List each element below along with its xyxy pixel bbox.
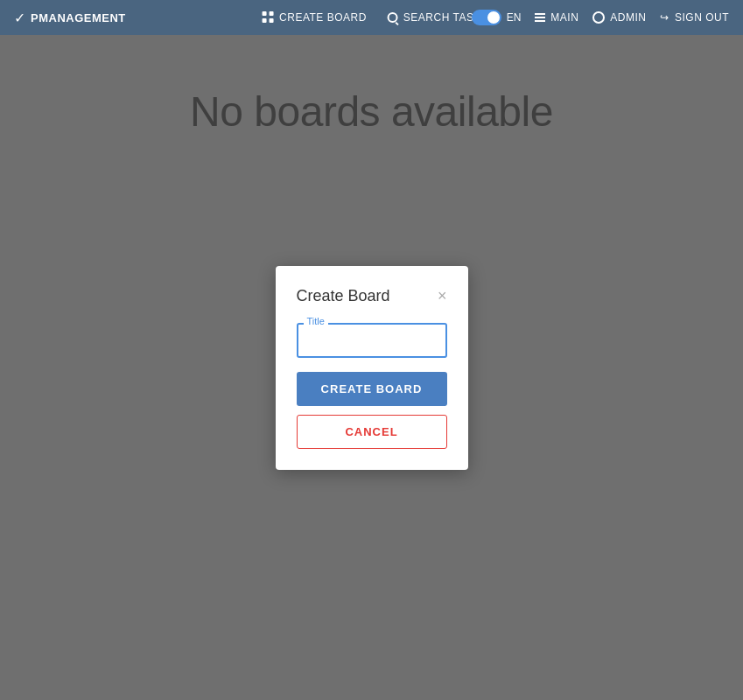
title-input-wrapper: Title xyxy=(297,323,447,358)
create-board-modal: Create Board × Title CREATE BOARD CANCEL xyxy=(276,266,468,470)
cancel-button[interactable]: CANCEL xyxy=(297,415,447,449)
main-content: No boards available Create Board × Title… xyxy=(0,35,743,700)
search-icon xyxy=(388,12,398,23)
user-icon xyxy=(592,11,605,24)
admin-nav-item[interactable]: ADMIN xyxy=(592,11,646,24)
sign-out-label: SIGN OUT xyxy=(675,11,729,24)
search-task-label: SEARCH TASK xyxy=(403,11,481,24)
signout-icon: ↪ xyxy=(660,11,669,24)
toggle-knob xyxy=(487,11,500,24)
create-board-label: CREATE BOARD xyxy=(279,11,367,24)
brand-name[interactable]: PMANAGEMENT xyxy=(31,11,126,24)
navbar: ✓ PMANAGEMENT CREATE BOARD SEARCH TASK E… xyxy=(0,0,743,35)
search-task-nav-item[interactable]: SEARCH TASK xyxy=(388,11,481,24)
modal-title: Create Board xyxy=(297,287,390,305)
lang-label: EN xyxy=(507,11,522,24)
navbar-center: CREATE BOARD SEARCH TASK xyxy=(262,11,481,24)
create-board-nav-item[interactable]: CREATE BOARD xyxy=(262,11,367,24)
navbar-left: ✓ PMANAGEMENT xyxy=(14,10,126,26)
lang-toggle[interactable] xyxy=(472,10,501,25)
title-input-label: Title xyxy=(304,316,328,326)
navbar-right: EN MAIN ADMIN ↪ SIGN OUT xyxy=(472,10,729,25)
create-board-button[interactable]: CREATE BOARD xyxy=(297,372,447,406)
check-icon: ✓ xyxy=(14,10,25,26)
sign-out-nav-item[interactable]: ↪ SIGN OUT xyxy=(660,11,729,24)
lang-toggle-container[interactable]: EN xyxy=(472,10,522,25)
modal-header: Create Board × xyxy=(297,287,447,305)
title-input[interactable] xyxy=(297,323,447,358)
modal-close-button[interactable]: × xyxy=(438,288,447,304)
main-label: MAIN xyxy=(550,11,578,24)
grid-icon xyxy=(262,11,274,24)
hamburger-icon xyxy=(535,13,545,22)
modal-overlay: Create Board × Title CREATE BOARD CANCEL xyxy=(0,35,743,700)
admin-label: ADMIN xyxy=(610,11,646,24)
main-nav-item[interactable]: MAIN xyxy=(535,11,578,24)
